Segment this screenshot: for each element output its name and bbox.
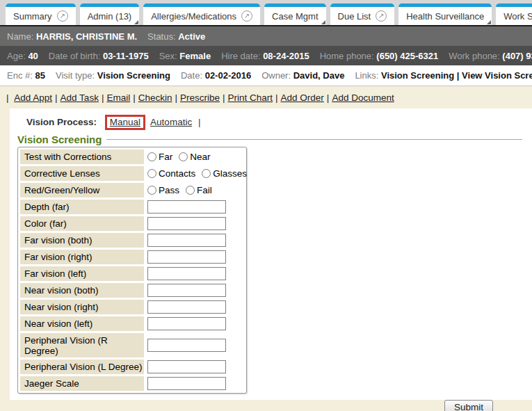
form-row-controls [147, 234, 226, 247]
patient-name-bar: Name: HARRIS, CHRISTINE M.Status: Active [0, 26, 532, 46]
form-row-controls [147, 217, 226, 230]
text-input-near-vision-both[interactable] [147, 284, 226, 297]
tab-allergies-medications[interactable]: Allergies/Medications↗ [143, 3, 260, 25]
dropdown-corner-icon [321, 20, 325, 24]
radio-option: Pass [147, 185, 179, 195]
action-link-add-appt[interactable]: Add Appt [14, 92, 52, 103]
radio-label: Near [190, 152, 210, 162]
field-value: (650) 425-6321 [376, 51, 438, 61]
tab-admin-13[interactable]: Admin (13) [80, 3, 140, 25]
tab-label: Allergies/Medications [151, 11, 236, 22]
form-row-label: Near vision (left) [20, 316, 144, 331]
action-link-prescribe[interactable]: Prescribe [180, 92, 220, 103]
encounter_bar-pair: Date: 02-02-2016 [181, 70, 251, 81]
tab-label: Summary [13, 11, 52, 22]
encounter_bar-pair: Visit type: Vision Screening [56, 70, 170, 81]
text-input-peripheral-vision-r-degree[interactable] [147, 339, 226, 352]
patient-tab-bar: Summary↗Admin (13)Allergies/Medications↗… [0, 0, 532, 26]
external-link-icon[interactable]: ↗ [241, 10, 252, 22]
field-value: 02-02-2016 [205, 70, 252, 81]
radio-pass[interactable] [147, 186, 156, 195]
encounter_bar-pair: Links: Vision Screening | View Vision Sc… [355, 70, 532, 81]
form-row-label: Jaeger Scale [20, 376, 144, 391]
form-row: Near vision (left) [20, 316, 244, 331]
tab-label: Due List [338, 11, 371, 22]
field-value: David, Dave [293, 70, 345, 81]
radio-label: Far [159, 152, 172, 162]
text-input-far-vision-both[interactable] [147, 234, 226, 247]
demographics_bar-pair: Home phone: (650) 425-6321 [320, 51, 439, 61]
form-row-label: Color (far) [20, 216, 144, 231]
radio-near[interactable] [179, 152, 188, 161]
form-row: Red/Green/YellowPassFail [20, 183, 244, 198]
form-row-controls [147, 200, 226, 213]
form-row: Far vision (left) [20, 266, 244, 281]
radio-contacts[interactable] [147, 169, 156, 178]
radio-far[interactable] [147, 152, 156, 161]
section-title: Vision Screening [17, 134, 102, 145]
text-input-near-vision-left[interactable] [147, 317, 226, 330]
encounter_bar-pair: Enc #: 85 [7, 70, 45, 81]
text-input-near-vision-right[interactable] [147, 300, 226, 314]
submit-button[interactable]: Submit [444, 400, 493, 411]
external-link-icon[interactable]: ↗ [376, 10, 387, 22]
form-row: Near vision (right) [20, 300, 244, 314]
form-row-controls: PassFail [147, 185, 218, 195]
tab-case-mgmt[interactable]: Case Mgmt [264, 3, 325, 25]
field-label: Age: [7, 51, 26, 61]
tab-summary[interactable]: Summary↗ [6, 3, 76, 25]
action-link-checkin[interactable]: Checkin [138, 92, 172, 103]
action-link-add-order[interactable]: Add Order [281, 92, 324, 103]
tab-due-list[interactable]: Due List↗ [330, 3, 395, 25]
form-row-label: Peripheral Vision (R Degree) [20, 333, 144, 357]
encounter_bar-pair: Owner: David, Dave [261, 70, 344, 81]
vision-process-row: Vision Process: Manual Automatic | [17, 113, 522, 133]
demographics_bar-pair: Hire date: 08-24-2015 [221, 51, 309, 61]
field-label: Owner: [261, 70, 291, 81]
text-input-far-vision-left[interactable] [147, 267, 226, 280]
text-input-jaeger-scale[interactable] [147, 377, 226, 390]
action-link-email[interactable]: Email [106, 92, 130, 103]
form-row: Far vision (both) [20, 233, 244, 248]
tab-work-status[interactable]: Work Status↗ [496, 3, 532, 25]
radio-option: Glasses [202, 168, 247, 179]
text-input-depth-far[interactable] [147, 200, 226, 213]
external-link-icon[interactable]: ↗ [57, 10, 68, 22]
form-row-label: Far vision (left) [20, 266, 144, 281]
form-row: Color (far) [20, 216, 244, 231]
form-row: Far vision (right) [20, 250, 244, 264]
action-link-add-document[interactable]: Add Document [332, 92, 394, 103]
radio-label: Glasses [213, 168, 247, 179]
field-label: Date of birth: [49, 51, 100, 61]
submit-row: Submit [17, 394, 522, 411]
tab-label: Admin (13) [88, 11, 132, 22]
radio-option: Far [147, 152, 172, 162]
field-value: Vision Screening | View Vision Screening [381, 70, 532, 81]
field-label: Sex: [159, 51, 177, 61]
content-panel: Vision Process: Manual Automatic | Visio… [10, 108, 532, 400]
form-row: Corrective LensesContactsGlasses [20, 166, 244, 181]
tab-health-surveillance[interactable]: Health Surveillance [398, 3, 492, 25]
form-row-controls [147, 300, 226, 314]
radio-option: Near [179, 152, 210, 162]
form-row-controls [147, 267, 226, 280]
text-input-peripheral-vision-l-degree[interactable] [147, 360, 226, 373]
form-row-controls [147, 250, 226, 264]
radio-glasses[interactable] [202, 169, 211, 178]
field-label: Home phone: [320, 51, 374, 61]
action-link-add-task[interactable]: Add Task [61, 92, 99, 103]
field-value: 03-11-1975 [103, 51, 149, 61]
text-input-far-vision-right[interactable] [147, 250, 226, 264]
field-label: Hire date: [221, 51, 260, 61]
action-link-print-chart[interactable]: Print Chart [228, 92, 273, 103]
text-input-color-far[interactable] [147, 217, 226, 230]
field-label: Links: [355, 70, 378, 81]
radio-option: Contacts [147, 168, 195, 179]
form-row-label: Depth (far) [20, 200, 144, 214]
demographics_bar-pair: Sex: Female [159, 51, 211, 61]
radio-fail[interactable] [186, 186, 195, 195]
form-row-label: Corrective Lenses [20, 166, 144, 181]
vision-process-manual-link[interactable]: Manual [110, 117, 140, 127]
form-row-controls [147, 317, 226, 330]
vision-process-automatic-link[interactable]: Automatic [150, 117, 192, 127]
